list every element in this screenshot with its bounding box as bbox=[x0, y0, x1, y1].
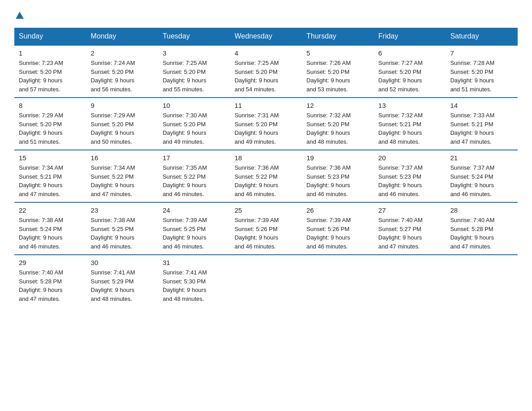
calendar-cell: 15 Sunrise: 7:34 AMSunset: 5:21 PMDaylig… bbox=[14, 150, 86, 202]
day-number: 12 bbox=[306, 102, 369, 109]
day-info: Sunrise: 7:39 AMSunset: 5:26 PMDaylight:… bbox=[306, 217, 351, 250]
calendar-cell: 21 Sunrise: 7:37 AMSunset: 5:24 PMDaylig… bbox=[446, 150, 518, 202]
header-thursday: Thursday bbox=[302, 28, 374, 45]
day-number: 10 bbox=[163, 102, 226, 109]
calendar-cell: 17 Sunrise: 7:35 AMSunset: 5:22 PMDaylig… bbox=[158, 150, 230, 202]
day-number: 27 bbox=[378, 206, 442, 214]
calendar-cell: 19 Sunrise: 7:36 AMSunset: 5:23 PMDaylig… bbox=[302, 150, 374, 202]
day-number: 22 bbox=[19, 206, 82, 214]
calendar-cell: 23 Sunrise: 7:38 AMSunset: 5:25 PMDaylig… bbox=[86, 202, 159, 255]
calendar-cell: 11 Sunrise: 7:31 AMSunset: 5:20 PMDaylig… bbox=[230, 98, 302, 150]
header-monday: Monday bbox=[86, 28, 159, 45]
day-info: Sunrise: 7:37 AMSunset: 5:24 PMDaylight:… bbox=[450, 164, 494, 197]
calendar-cell: 4 Sunrise: 7:25 AMSunset: 5:20 PMDayligh… bbox=[230, 45, 302, 98]
calendar-cell: 30 Sunrise: 7:41 AMSunset: 5:29 PMDaylig… bbox=[86, 255, 159, 307]
day-info: Sunrise: 7:40 AMSunset: 5:28 PMDaylight:… bbox=[19, 269, 63, 302]
calendar-cell bbox=[446, 255, 518, 307]
day-number: 7 bbox=[450, 49, 513, 57]
day-info: Sunrise: 7:32 AMSunset: 5:21 PMDaylight:… bbox=[378, 112, 423, 145]
day-info: Sunrise: 7:31 AMSunset: 5:20 PMDaylight:… bbox=[235, 112, 279, 145]
day-number: 25 bbox=[235, 206, 298, 214]
day-info: Sunrise: 7:40 AMSunset: 5:27 PMDaylight:… bbox=[378, 217, 423, 250]
logo-icon bbox=[15, 11, 25, 21]
day-info: Sunrise: 7:34 AMSunset: 5:21 PMDaylight:… bbox=[19, 164, 63, 197]
day-info: Sunrise: 7:25 AMSunset: 5:20 PMDaylight:… bbox=[235, 60, 279, 93]
logo bbox=[14, 11, 25, 21]
day-info: Sunrise: 7:24 AMSunset: 5:20 PMDaylight:… bbox=[91, 60, 135, 93]
calendar-cell bbox=[302, 255, 374, 307]
calendar-cell: 2 Sunrise: 7:24 AMSunset: 5:20 PMDayligh… bbox=[86, 45, 159, 98]
day-info: Sunrise: 7:29 AMSunset: 5:20 PMDaylight:… bbox=[91, 112, 135, 145]
calendar-week-row: 1 Sunrise: 7:23 AMSunset: 5:20 PMDayligh… bbox=[14, 45, 518, 98]
day-info: Sunrise: 7:35 AMSunset: 5:22 PMDaylight:… bbox=[163, 164, 207, 197]
calendar-cell: 28 Sunrise: 7:40 AMSunset: 5:28 PMDaylig… bbox=[446, 202, 518, 255]
header-wednesday: Wednesday bbox=[230, 28, 302, 45]
day-number: 29 bbox=[19, 259, 82, 266]
day-info: Sunrise: 7:23 AMSunset: 5:20 PMDaylight:… bbox=[19, 60, 63, 93]
calendar-cell: 31 Sunrise: 7:41 AMSunset: 5:30 PMDaylig… bbox=[158, 255, 230, 307]
calendar-cell bbox=[374, 255, 446, 307]
day-number: 28 bbox=[450, 206, 513, 214]
calendar-table: SundayMondayTuesdayWednesdayThursdayFrid… bbox=[14, 28, 518, 307]
calendar-cell: 12 Sunrise: 7:32 AMSunset: 5:20 PMDaylig… bbox=[302, 98, 374, 150]
day-number: 17 bbox=[163, 154, 226, 162]
day-number: 26 bbox=[306, 206, 369, 214]
calendar-cell: 22 Sunrise: 7:38 AMSunset: 5:24 PMDaylig… bbox=[14, 202, 86, 255]
day-number: 15 bbox=[19, 154, 82, 162]
calendar-week-row: 29 Sunrise: 7:40 AMSunset: 5:28 PMDaylig… bbox=[14, 255, 518, 307]
calendar-cell: 6 Sunrise: 7:27 AMSunset: 5:20 PMDayligh… bbox=[374, 45, 446, 98]
calendar-cell: 16 Sunrise: 7:34 AMSunset: 5:22 PMDaylig… bbox=[86, 150, 159, 202]
day-number: 3 bbox=[163, 49, 226, 57]
day-info: Sunrise: 7:33 AMSunset: 5:21 PMDaylight:… bbox=[450, 112, 494, 145]
day-info: Sunrise: 7:40 AMSunset: 5:28 PMDaylight:… bbox=[450, 217, 494, 250]
logo-text bbox=[14, 11, 25, 21]
day-number: 5 bbox=[306, 49, 369, 57]
calendar-week-row: 8 Sunrise: 7:29 AMSunset: 5:20 PMDayligh… bbox=[14, 98, 518, 150]
calendar-header-row: SundayMondayTuesdayWednesdayThursdayFrid… bbox=[14, 28, 518, 45]
header-tuesday: Tuesday bbox=[158, 28, 230, 45]
calendar-cell: 9 Sunrise: 7:29 AMSunset: 5:20 PMDayligh… bbox=[86, 98, 159, 150]
day-number: 1 bbox=[19, 49, 82, 57]
day-info: Sunrise: 7:25 AMSunset: 5:20 PMDaylight:… bbox=[163, 60, 207, 93]
day-info: Sunrise: 7:26 AMSunset: 5:20 PMDaylight:… bbox=[306, 60, 351, 93]
calendar-cell: 7 Sunrise: 7:28 AMSunset: 5:20 PMDayligh… bbox=[446, 45, 518, 98]
day-number: 19 bbox=[306, 154, 369, 162]
day-info: Sunrise: 7:27 AMSunset: 5:20 PMDaylight:… bbox=[378, 60, 423, 93]
calendar-cell: 24 Sunrise: 7:39 AMSunset: 5:25 PMDaylig… bbox=[158, 202, 230, 255]
day-info: Sunrise: 7:29 AMSunset: 5:20 PMDaylight:… bbox=[19, 112, 63, 145]
day-number: 18 bbox=[235, 154, 298, 162]
day-number: 24 bbox=[163, 206, 226, 214]
calendar-cell: 5 Sunrise: 7:26 AMSunset: 5:20 PMDayligh… bbox=[302, 45, 374, 98]
day-info: Sunrise: 7:39 AMSunset: 5:26 PMDaylight:… bbox=[235, 217, 279, 250]
day-info: Sunrise: 7:38 AMSunset: 5:24 PMDaylight:… bbox=[19, 217, 63, 250]
header-friday: Friday bbox=[374, 28, 446, 45]
day-number: 2 bbox=[91, 49, 154, 57]
day-number: 6 bbox=[378, 49, 442, 57]
calendar-cell: 14 Sunrise: 7:33 AMSunset: 5:21 PMDaylig… bbox=[446, 98, 518, 150]
calendar-cell: 20 Sunrise: 7:37 AMSunset: 5:23 PMDaylig… bbox=[374, 150, 446, 202]
day-number: 11 bbox=[235, 102, 298, 109]
calendar-cell: 10 Sunrise: 7:30 AMSunset: 5:20 PMDaylig… bbox=[158, 98, 230, 150]
calendar-cell: 3 Sunrise: 7:25 AMSunset: 5:20 PMDayligh… bbox=[158, 45, 230, 98]
header-saturday: Saturday bbox=[446, 28, 518, 45]
svg-marker-0 bbox=[16, 12, 24, 19]
calendar-week-row: 22 Sunrise: 7:38 AMSunset: 5:24 PMDaylig… bbox=[14, 202, 518, 255]
day-info: Sunrise: 7:37 AMSunset: 5:23 PMDaylight:… bbox=[378, 164, 423, 197]
day-info: Sunrise: 7:41 AMSunset: 5:29 PMDaylight:… bbox=[91, 269, 135, 302]
day-info: Sunrise: 7:32 AMSunset: 5:20 PMDaylight:… bbox=[306, 112, 351, 145]
header-sunday: Sunday bbox=[14, 28, 86, 45]
calendar-cell: 25 Sunrise: 7:39 AMSunset: 5:26 PMDaylig… bbox=[230, 202, 302, 255]
day-info: Sunrise: 7:36 AMSunset: 5:22 PMDaylight:… bbox=[235, 164, 279, 197]
calendar-cell: 27 Sunrise: 7:40 AMSunset: 5:27 PMDaylig… bbox=[374, 202, 446, 255]
day-number: 16 bbox=[91, 154, 154, 162]
day-number: 20 bbox=[378, 154, 442, 162]
day-number: 4 bbox=[235, 49, 298, 57]
calendar-cell: 26 Sunrise: 7:39 AMSunset: 5:26 PMDaylig… bbox=[302, 202, 374, 255]
day-number: 14 bbox=[450, 102, 513, 109]
day-info: Sunrise: 7:38 AMSunset: 5:25 PMDaylight:… bbox=[91, 217, 135, 250]
day-info: Sunrise: 7:36 AMSunset: 5:23 PMDaylight:… bbox=[306, 164, 351, 197]
day-info: Sunrise: 7:41 AMSunset: 5:30 PMDaylight:… bbox=[163, 269, 207, 302]
calendar-week-row: 15 Sunrise: 7:34 AMSunset: 5:21 PMDaylig… bbox=[14, 150, 518, 202]
calendar-cell: 8 Sunrise: 7:29 AMSunset: 5:20 PMDayligh… bbox=[14, 98, 86, 150]
day-number: 30 bbox=[91, 259, 154, 266]
